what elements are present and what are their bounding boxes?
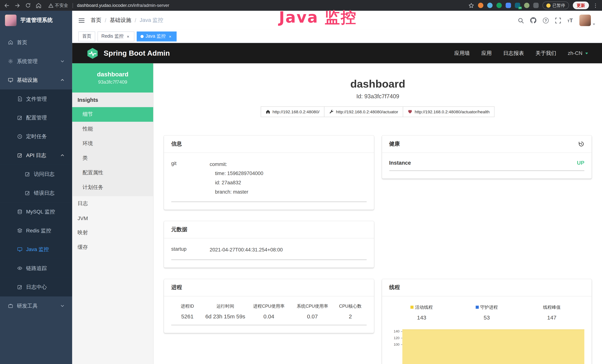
sba-item-logs[interactable]: 日志 (72, 196, 153, 211)
health-instance-label: Instance (389, 160, 411, 166)
health-link[interactable]: http://192.168.0.2:48080/actuator/health (403, 107, 495, 117)
back-icon[interactable] (4, 2, 10, 8)
sba-item-configprops[interactable]: 配置属性 (72, 166, 153, 180)
search-icon[interactable] (518, 17, 524, 23)
breadcrumb-item[interactable]: 首页 (91, 17, 101, 24)
sidebar-item-label: 研发工具 (17, 302, 38, 309)
sba-nav-applications[interactable]: 应用 (481, 50, 492, 57)
sidebar-item-access-logs[interactable]: 访问日志 (0, 165, 72, 183)
sidebar-item-log-center[interactable]: 日志中心 (0, 278, 72, 296)
sba-app-id: 93a3fc7f7409 (98, 80, 127, 85)
layers-icon (17, 228, 23, 233)
breadcrumb-item[interactable]: 基础设施 (110, 17, 131, 24)
reload-icon[interactable] (25, 3, 31, 8)
sidebar-item-label: MySQL 监控 (26, 208, 55, 215)
caret-down-icon (592, 22, 596, 26)
process-card: 进程 进程ID 5261 运行时间 (164, 279, 374, 333)
sba-nav-about[interactable]: 关于我们 (536, 50, 556, 57)
sidebar-item-infrastructure[interactable]: 基础设施 (0, 71, 72, 89)
actuator-link[interactable]: http://192.168.0.2:48080/actuator (324, 107, 403, 117)
close-icon[interactable] (126, 34, 130, 39)
paused-pill[interactable]: 已暂停 (542, 1, 569, 9)
font-size-icon[interactable]: TT (568, 18, 573, 23)
browser-home-icon[interactable] (36, 2, 42, 8)
browser-extension-icon[interactable] (505, 3, 511, 8)
sidebar-item-home[interactable]: 首页 (0, 33, 72, 52)
history-icon[interactable] (578, 141, 584, 147)
browser-extension-icon[interactable]: on (515, 3, 520, 8)
browser-extensions: on 已暂停 更新 (468, 1, 598, 9)
chevron-up-icon (60, 78, 64, 82)
chevron-down-icon (60, 304, 64, 308)
legend-item: 线程峰值 147 (519, 303, 584, 321)
sidebar-item-label: 基础设施 (17, 76, 38, 84)
sba-item-jvm[interactable]: JVM (72, 211, 153, 225)
locale-select[interactable]: zh-CN (568, 50, 589, 56)
sba-item-classes[interactable]: 类 (72, 151, 153, 166)
active-tab-dot (140, 35, 144, 38)
document-icon (17, 96, 23, 101)
browser-extension-icon[interactable] (524, 3, 529, 8)
browser-extension-icon[interactable] (478, 3, 483, 8)
instance-title: dashboard (164, 78, 592, 90)
monitor-icon (17, 247, 23, 252)
security-warning[interactable]: 不安全 (48, 2, 68, 8)
close-icon[interactable] (168, 34, 172, 39)
sba-item-scheduled-tasks[interactable]: 计划任务 (72, 180, 153, 195)
active-threads-area (402, 330, 584, 364)
sidebar-item-redis[interactable]: Redis 监控 (0, 221, 72, 240)
help-icon[interactable] (543, 17, 548, 23)
user-menu[interactable] (579, 15, 596, 26)
address-bar[interactable]: 不安全 dashboard.yudao.iocoder.cn/infra/adm… (48, 2, 465, 8)
github-icon[interactable] (530, 17, 536, 23)
process-card-title: 进程 (164, 279, 374, 297)
breadcrumb-item-current: Java 监控 (140, 17, 163, 24)
sba-item-details[interactable]: 细节 (72, 107, 153, 122)
sba-item-mappings[interactable]: 映射 (72, 225, 153, 240)
sidebar-item-files[interactable]: 文件管理 (0, 89, 72, 108)
breadcrumb: 首页 基础设施 Java 监控 (91, 17, 163, 24)
browser-extension-icon[interactable] (533, 3, 538, 8)
sidebar-item-api-logs[interactable]: API 日志 (0, 146, 72, 165)
sba-nav-journal[interactable]: 日志报表 (503, 50, 524, 57)
instance-home-link[interactable]: http://192.168.0.2:48080/ (261, 107, 324, 117)
sidebar-item-label: 定时任务 (26, 133, 47, 140)
forward-icon[interactable] (15, 2, 20, 8)
tab-home[interactable]: 首页 (78, 31, 95, 41)
tab-redis[interactable]: Redis 监控 (97, 31, 134, 41)
browser-extension-icon[interactable] (496, 3, 502, 8)
sidebar-item-tracing[interactable]: 链路追踪 (0, 259, 72, 278)
status-badge: UP (577, 160, 584, 166)
bookmark-star-icon[interactable] (468, 2, 474, 8)
browser-menu-icon[interactable] (593, 2, 598, 8)
sba-nav-wall[interactable]: 应用墙 (454, 50, 470, 57)
sba-item-environment[interactable]: 环境 (72, 136, 153, 151)
monitor-icon (8, 77, 13, 83)
tab-java[interactable]: Java 监控 (137, 31, 176, 41)
sidebar-menu: 首页 系统管理 基础设施 文件管理 配置管理 (0, 30, 72, 315)
sidebar-item-config[interactable]: 配置管理 (0, 108, 72, 127)
header-actions: TT (518, 15, 596, 26)
hamburger-icon[interactable] (78, 17, 85, 23)
url-text: dashboard.yudao.iocoder.cn/infra/admin-s… (77, 3, 169, 8)
sidebar-item-error-logs[interactable]: 错误日志 (0, 183, 72, 202)
sidebar-item-devtools[interactable]: 研发工具 (0, 297, 72, 315)
metadata-startup-value: 2021-04-27T00:44:31.254+08:00 (210, 246, 366, 255)
process-stat: 运行时间 6d 23h 15m 59s (204, 303, 247, 320)
sidebar-item-jobs[interactable]: 定时任务 (0, 127, 72, 146)
sba-item-caches[interactable]: 缓存 (72, 240, 153, 255)
sba-sidebar: dashboard 93a3fc7f7409 Insights 细节 性能 环境… (72, 64, 153, 364)
update-button[interactable]: 更新 (573, 1, 589, 9)
info-git-label: git (171, 160, 210, 197)
info-card-title: 信息 (164, 136, 374, 153)
sba-app-block[interactable]: dashboard 93a3fc7f7409 (72, 64, 153, 93)
sidebar-item-java[interactable]: Java 监控 (0, 240, 72, 259)
sidebar-item-mysql[interactable]: MySQL 监控 (0, 202, 72, 221)
browser-extension-icon[interactable] (487, 3, 493, 8)
fullscreen-icon[interactable] (555, 17, 561, 23)
sba-item-metrics[interactable]: 性能 (72, 122, 153, 136)
sidebar-item-label: Java 监控 (26, 246, 49, 253)
app-logo[interactable]: 芋道管理系统 (0, 11, 72, 30)
info-card: 信息 git commit: time: 1596289704000 id: 2… (164, 136, 374, 210)
sidebar-item-system[interactable]: 系统管理 (0, 52, 72, 71)
